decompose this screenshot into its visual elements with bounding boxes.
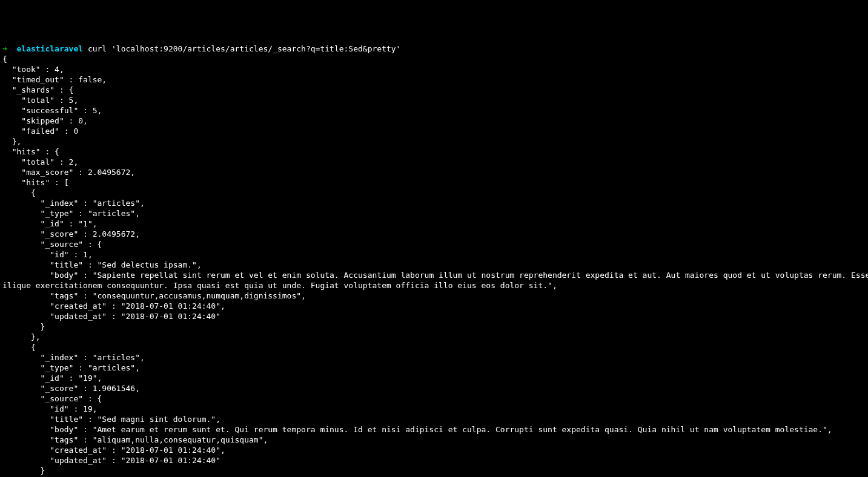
json-line: "_index" : "articles", <box>2 353 145 362</box>
prompt-arrow-icon: ➜ <box>2 44 7 53</box>
prompt-path: elasticlaravel <box>16 44 83 53</box>
json-line: "max_score" : 2.0495672, <box>2 168 135 177</box>
json-line: "id" : 1, <box>2 250 93 259</box>
json-line: "tags" : "aliquam,nulla,consequatur,quis… <box>2 435 268 444</box>
json-line: "_score" : 1.9061546, <box>2 384 140 393</box>
json-line: "body" : "Amet earum et rerum sunt et. Q… <box>2 425 832 434</box>
json-line: "updated_at" : "2018-07-01 01:24:40" <box>2 312 220 321</box>
command-text: curl 'localhost:9200/articles/articles/_… <box>88 44 401 53</box>
json-line: "hits" : [ <box>2 178 69 187</box>
json-line: "created_at" : "2018-07-01 01:24:40", <box>2 301 225 311</box>
json-line: "successful" : 5, <box>2 106 102 115</box>
json-line: } <box>2 466 45 475</box>
json-line: "_type" : "articles", <box>2 363 140 372</box>
json-line: "total" : 2, <box>2 157 78 166</box>
terminal-output[interactable]: ➜ elasticlaravel curl 'localhost:9200/ar… <box>2 44 866 477</box>
json-line: { <box>2 188 36 197</box>
json-line: "total" : 5, <box>2 96 78 105</box>
json-line: "_index" : "articles", <box>2 199 145 208</box>
json-line: "_id" : "1", <box>2 219 98 228</box>
json-line: } <box>2 322 45 331</box>
json-line: "_type" : "articles", <box>2 209 140 218</box>
json-line: "timed_out" : false, <box>2 75 107 84</box>
json-line: "id" : 19, <box>2 404 98 413</box>
json-line: "failed" : 0 <box>2 127 78 136</box>
json-line: "skipped" : 0, <box>2 116 88 125</box>
json-line: }, <box>2 137 21 146</box>
json-line: "body" : "Sapiente repellat sint rerum e… <box>2 271 868 280</box>
json-line: "_score" : 2.0495672, <box>2 229 140 238</box>
json-line: "title" : "Sed delectus ipsam.", <box>2 260 202 269</box>
json-line: "_source" : { <box>2 240 102 249</box>
json-line: "_id" : "19", <box>2 373 102 383</box>
json-line: "_source" : { <box>2 394 102 403</box>
json-line: "title" : "Sed magni sint dolorum.", <box>2 415 220 424</box>
json-line: "_shards" : { <box>2 85 73 94</box>
json-line: "created_at" : "2018-07-01 01:24:40", <box>2 446 225 455</box>
json-line: { <box>2 54 7 64</box>
json-line: }, <box>2 332 41 341</box>
json-line: "hits" : { <box>2 147 59 156</box>
json-line: ilique exercitationem consequuntur. Ipsa… <box>2 281 557 290</box>
json-line: "took" : 4, <box>2 65 64 74</box>
json-line: { <box>2 343 36 352</box>
json-line: "updated_at" : "2018-07-01 01:24:40" <box>2 456 220 465</box>
json-line: "tags" : "consequuntur,accusamus,numquam… <box>2 291 306 300</box>
